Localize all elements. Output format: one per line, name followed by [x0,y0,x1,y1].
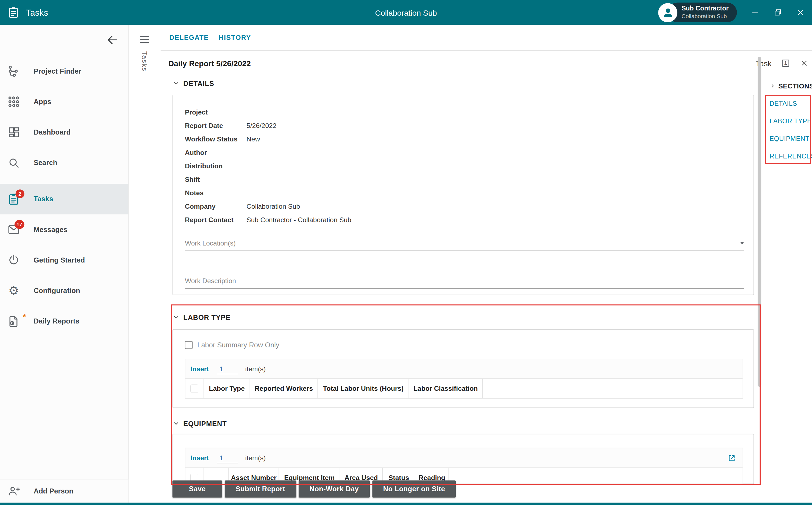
no-longer-on-site-button[interactable]: No Longer on Site [372,480,456,497]
window-title: Collaboration Sub [375,8,437,17]
labor-summary-checkbox[interactable] [185,341,192,349]
chevron-down-icon [172,79,180,87]
submit-report-button[interactable]: Submit Report [225,480,296,497]
equipment-insert-count-input[interactable] [217,453,238,463]
non-work-day-button[interactable]: Non-Work Day [299,480,370,497]
window-icon-number: 1 [780,60,791,66]
open-external-button[interactable] [727,453,737,463]
equipment-panel: Insert item(s) Asset Number Equipment It… [172,434,754,484]
sections-nav: SECTIONS DETAILS LABOR TYPE EQUIPMENT RE… [770,81,812,165]
vertical-scrollbar[interactable] [758,57,761,387]
details-section-header[interactable]: DETAILS [172,79,214,88]
field-value: New [247,135,260,143]
labor-table-header: Labor Type Reported Workers Total Labor … [185,378,743,398]
equipment-insert-toolbar: Insert item(s) [185,449,743,468]
tab-delegate[interactable]: DELEGATE [169,34,209,41]
work-locations-placeholder: Work Location(s) [185,239,236,246]
sections-nav-title: SECTIONS [778,82,812,90]
details-panel: Project Report Date 5/26/2022 Workflow S… [172,95,754,295]
labor-insert-toolbar: Insert item(s) [185,359,743,378]
field-value: Sub Contractor - Collaboration Sub [247,215,351,223]
add-person-icon [7,485,20,498]
power-icon [7,254,20,267]
work-locations-input[interactable]: Work Location(s) [185,235,744,251]
restore-icon [773,8,783,17]
sidebar-item-dashboard[interactable]: Dashboard [0,117,129,148]
chevron-down-icon [172,420,180,427]
back-arrow-icon [106,33,119,47]
sections-link-equipment[interactable]: EQUIPMENT [770,130,812,148]
field-row-report-contact: Report Contact Sub Contractor - Collabor… [185,213,754,226]
sidebar-item-label: Daily Reports [34,317,79,325]
search-icon [7,156,20,169]
sidebar-item-messages[interactable]: 17 Messages [0,214,129,245]
labor-select-all-checkbox[interactable] [191,385,198,392]
equipment-insert-suffix: item(s) [245,454,266,462]
save-button[interactable]: Save [172,480,222,497]
field-label: Shift [185,175,247,183]
sidebar-item-label: Configuration [34,287,80,294]
work-description-placeholder: Work Description [185,277,236,285]
footer-action-bar: Save Submit Report Non-Work Day No Longe… [172,480,456,497]
close-window-icon [796,8,805,17]
work-description-input[interactable]: Work Description [185,273,744,289]
equipment-table: Insert item(s) Asset Number Equipment It… [185,448,743,484]
app-window: Tasks Collaboration Sub Sub Contractor C… [0,0,812,505]
strip-vertical-label: Tasks [141,51,149,72]
sidebar-item-getting-started[interactable]: Getting Started [0,245,129,276]
labor-section-title: LABOR TYPE [183,313,230,321]
sidebar-item-configuration[interactable]: ⚙ Configuration [0,276,129,306]
sidebar-item-label: Dashboard [34,129,71,136]
tasks-app-icon [7,6,19,19]
restore-button[interactable] [773,8,783,17]
user-org: Collaboration Sub [681,13,729,20]
sections-link-details[interactable]: DETAILS [770,95,812,112]
field-label: Report Contact [185,215,247,223]
column-header-filler [449,468,743,484]
sections-link-labor-type[interactable]: LABOR TYPE [770,112,812,130]
field-label: Company [185,202,247,210]
column-header: Labor Type [204,379,250,398]
equipment-section-header[interactable]: EQUIPMENT [172,419,227,428]
sidebar-item-tasks[interactable]: 2 Tasks [0,184,129,214]
sidebar-item-apps[interactable]: Apps [0,87,129,117]
field-row-author: Author [185,146,754,159]
daily-reports-icon: * [7,315,20,328]
labor-insert-link[interactable]: Insert [191,365,209,373]
sidebar-item-project-finder[interactable]: Project Finder [0,56,129,87]
field-row-project: Project [185,105,754,119]
open-in-window-button[interactable]: 1 [780,58,791,68]
field-label: Author [185,148,247,156]
user-pill[interactable]: Sub Contractor Collaboration Sub [667,2,737,22]
close-window-button[interactable] [796,8,805,17]
dropdown-caret-icon[interactable] [740,241,744,244]
field-row-notes: Notes [185,186,754,199]
minimize-icon [751,8,760,17]
tab-bar: DELEGATE HISTORY [160,25,812,50]
sidebar-item-label: Project Finder [34,67,82,75]
close-task-button[interactable] [800,58,809,68]
hamburger-menu-icon[interactable] [140,36,150,43]
daily-reports-marker: * [23,312,26,322]
add-person-button[interactable]: Add Person [0,479,129,503]
sidebar-item-search[interactable]: Search [0,148,129,178]
user-name: Sub Contractor [681,5,729,13]
tab-history[interactable]: HISTORY [219,34,251,41]
minimize-button[interactable] [751,8,760,17]
back-arrow-button[interactable] [106,33,119,47]
tasks-icon: 2 [7,192,20,205]
external-link-icon [727,453,737,463]
equipment-insert-link[interactable]: Insert [191,454,209,462]
field-label: Workflow Status [185,135,247,143]
sections-nav-header[interactable]: SECTIONS [770,81,812,91]
labor-section-header[interactable]: LABOR TYPE [172,313,230,322]
field-row-workflow-status: Workflow Status New [185,132,754,146]
sidebar-item-daily-reports[interactable]: * Daily Reports [0,306,129,336]
field-row-distribution: Distribution [185,159,754,172]
sidebar-item-label: Search [34,159,57,167]
user-avatar[interactable] [658,3,677,22]
field-label: Distribution [185,162,247,169]
window-bottom-edge [0,503,812,505]
labor-insert-count-input[interactable] [217,364,238,374]
sections-link-references[interactable]: REFERENCES [770,148,812,165]
